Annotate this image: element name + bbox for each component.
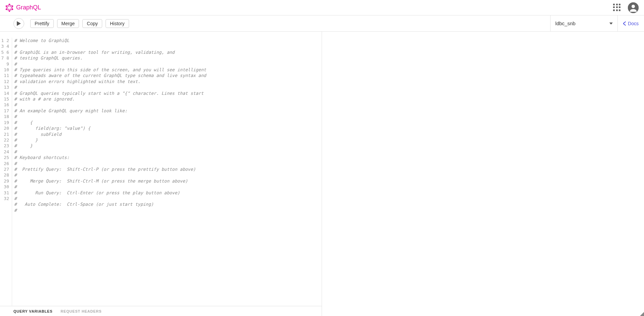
logo-text: GraphQL [16,4,41,11]
schema-selector[interactable]: ldbc_snb [550,15,617,31]
logo-area[interactable]: GraphQL [5,4,41,12]
toolbar: Prettify Merge Copy History ldbc_snb Doc… [0,15,644,32]
merge-button[interactable]: Merge [57,19,79,28]
schema-name: ldbc_snb [555,21,575,26]
svg-point-4 [6,9,7,10]
svg-point-2 [12,9,13,10]
user-avatar-icon[interactable] [628,2,639,13]
graphql-logo-icon [5,4,13,12]
chevron-left-icon [623,22,626,26]
apps-grid-icon[interactable] [613,4,621,12]
svg-point-5 [6,5,7,6]
copy-button[interactable]: Copy [82,19,102,28]
docs-button[interactable]: Docs [617,15,644,31]
tab-request-headers[interactable]: REQUEST HEADERS [61,309,102,313]
toolbar-left: Prettify Merge Copy History [13,18,129,29]
header-right [613,2,639,13]
tab-query-variables[interactable]: QUERY VARIABLES [13,309,52,313]
top-header: GraphQL [0,0,644,15]
bottom-tabs: QUERY VARIABLES REQUEST HEADERS [0,306,322,316]
editor-pane: 1 2 3 4 5 6 7 8 9 10 11 12 13 14 15 16 1… [0,32,322,316]
line-numbers: 1 2 3 4 5 6 7 8 9 10 11 12 13 14 15 16 1… [0,38,12,306]
history-button[interactable]: History [106,19,129,28]
svg-point-7 [632,5,635,8]
query-editor[interactable]: 1 2 3 4 5 6 7 8 9 10 11 12 13 14 15 16 1… [0,32,322,306]
svg-point-0 [9,4,10,5]
main-area: 1 2 3 4 5 6 7 8 9 10 11 12 13 14 15 16 1… [0,32,644,316]
execute-button[interactable] [13,18,24,29]
chevron-down-icon [609,23,613,25]
resize-handle-icon[interactable] [640,312,644,316]
svg-point-1 [12,5,13,6]
docs-label: Docs [628,21,639,26]
code-content[interactable]: # Welcome to GraphiQL # # GraphiQL is an… [12,38,322,306]
toolbar-right: ldbc_snb Docs [550,15,644,31]
play-icon [17,21,21,26]
prettify-button[interactable]: Prettify [30,19,54,28]
result-pane [322,32,644,316]
svg-point-3 [9,10,10,11]
